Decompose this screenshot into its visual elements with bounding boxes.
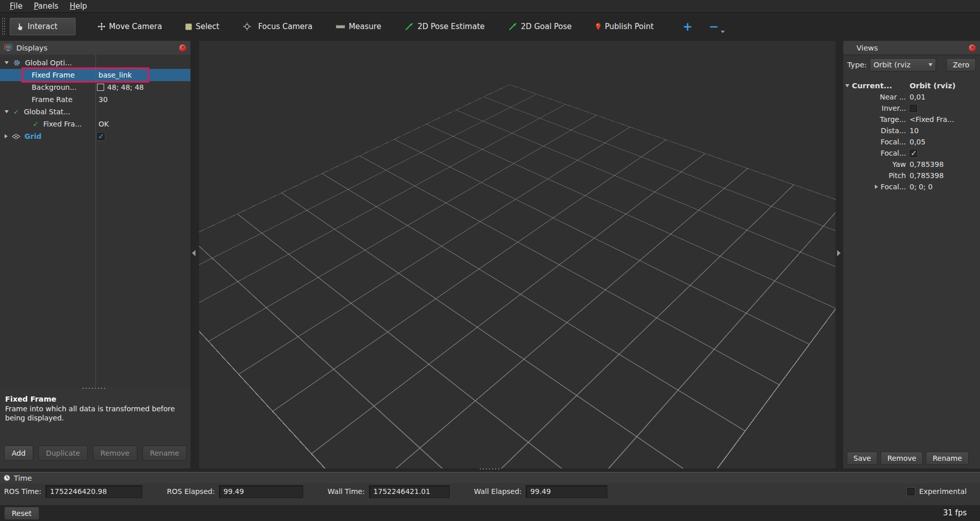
tool-label: 2D Goal Pose (521, 22, 572, 31)
menu-panels[interactable]: Panels (28, 1, 64, 11)
grid-enabled-checkbox[interactable] (97, 133, 105, 140)
color-swatch[interactable] (97, 84, 104, 91)
select-tool-button[interactable]: Select (179, 18, 226, 35)
row-label: Dista... (881, 127, 906, 135)
splitter-collapse-left-icon[interactable] (192, 250, 195, 256)
remove-display-button[interactable]: Remove (93, 445, 137, 461)
tree-row-target-frame[interactable]: Targe... <Fixed Fra... (843, 114, 980, 125)
time-panel: Time ROS Time: 1752246420.98 ROS Elapsed… (0, 472, 980, 505)
map-pin-icon (595, 22, 601, 31)
frame-rate-value[interactable]: 30 (99, 95, 108, 104)
tree-row-invert-z[interactable]: Inver... (843, 103, 980, 114)
interact-tool-button[interactable]: Interact (10, 18, 76, 35)
tree-row-grid[interactable]: Grid (0, 130, 190, 142)
close-icon[interactable]: ✕ (179, 44, 186, 52)
duplicate-display-button[interactable]: Duplicate (38, 445, 88, 461)
move-camera-tool-button[interactable]: Move Camera (91, 18, 169, 35)
row-value[interactable]: 10 (910, 127, 980, 135)
splitter-collapse-right-icon[interactable] (837, 250, 841, 256)
render-viewport[interactable] (199, 41, 836, 468)
time-values-row: ROS Time: 1752246420.98 ROS Elapsed: 99.… (0, 483, 980, 500)
tree-row-fixed-frame-status[interactable]: ✓ Fixed Fra... OK (0, 118, 190, 130)
row-value: Orbit (rviz) (910, 82, 980, 90)
clock-icon (4, 475, 10, 481)
row-label: Focal... (880, 149, 906, 157)
row-label: Yaw (892, 160, 906, 168)
experimental-checkbox[interactable] (907, 488, 915, 495)
chevron-down-icon[interactable] (5, 110, 9, 113)
chevron-right-icon[interactable] (875, 185, 878, 189)
ros-time-label: ROS Time: (4, 487, 41, 495)
tree-row-focal-point[interactable]: Focal... 0; 0; 0 (843, 181, 980, 192)
remove-view-button[interactable]: Remove (880, 452, 923, 465)
row-value[interactable]: 0,05 (910, 138, 980, 146)
ros-time-field[interactable]: 1752246420.98 (45, 485, 142, 498)
wall-elapsed-field[interactable]: 99.49 (526, 485, 607, 498)
goal-pose-tool-button[interactable]: 2D Goal Pose (502, 18, 579, 35)
tree-row-global-status[interactable]: ✓ Global Stat... (0, 106, 190, 118)
tree-row-focal-shape-size[interactable]: Focal... 0,05 (843, 136, 980, 147)
tree-row-frame-rate[interactable]: Frame Rate 30 (0, 93, 190, 106)
pose-estimate-tool-button[interactable]: 2D Pose Estimate (398, 18, 492, 35)
add-display-button[interactable]: Add (4, 445, 33, 461)
time-panel-header: Time (0, 473, 980, 483)
crosshair-icon (243, 22, 251, 31)
focus-camera-tool-button[interactable]: Focus Camera (236, 18, 319, 35)
tree-row-yaw[interactable]: Yaw 0,785398 (843, 159, 980, 170)
check-icon: ✓ (33, 120, 39, 128)
displays-buttons: Add Duplicate Remove Rename (4, 445, 187, 461)
background-color-value[interactable]: 48; 48; 48 (107, 83, 144, 91)
property-help-box: Fixed Frame Frame into which all data is… (0, 392, 190, 425)
menu-file[interactable]: File (4, 1, 28, 11)
add-tool-button[interactable]: + (679, 20, 697, 33)
row-value[interactable]: 0; 0; 0 (910, 183, 980, 191)
row-value[interactable]: 0,785398 (910, 160, 980, 168)
tool-label: Select (195, 22, 219, 31)
wall-time-field[interactable]: 1752246421.01 (369, 485, 450, 498)
help-title: Fixed Frame (5, 394, 185, 404)
tree-row-background-color[interactable]: Backgroun... 48; 48; 48 (0, 81, 190, 93)
ros-elapsed-field[interactable]: 99.49 (219, 485, 303, 498)
measure-tool-button[interactable]: Measure (329, 18, 388, 35)
row-value[interactable]: 0,785398 (910, 171, 980, 180)
rename-display-button[interactable]: Rename (142, 445, 187, 461)
chevron-right-icon[interactable] (5, 134, 8, 138)
save-view-button[interactable]: Save (847, 452, 877, 465)
tree-row-fixed-frame[interactable]: Fixed Frame base_link (0, 69, 190, 81)
row-value[interactable]: <Fixed Fra... (910, 115, 980, 123)
tree-row-pitch[interactable]: Pitch 0,785398 (843, 170, 980, 181)
splitter-handle[interactable] (479, 468, 501, 470)
focal-shape-checkbox[interactable] (910, 150, 917, 157)
tree-row-focal-shape-fixed[interactable]: Focal... (843, 147, 980, 159)
row-label: Focal... (880, 138, 906, 146)
panel-title: Views (856, 44, 878, 52)
view-type-dropdown[interactable]: Orbit (rviz (870, 58, 936, 71)
rviz-window: File Panels Help Interact Move Camera Se… (0, 0, 980, 521)
close-icon[interactable]: ✕ (969, 44, 976, 52)
tree-row-global-options[interactable]: Global Opti... (0, 57, 190, 69)
tree-row-distance[interactable]: Dista... 10 (843, 125, 980, 136)
remove-tool-button[interactable]: − (705, 20, 723, 33)
tree-row-near-clip[interactable]: Near ... 0,01 (843, 91, 980, 103)
row-value[interactable]: 0,01 (910, 93, 980, 101)
wall-time-label: Wall Time: (328, 487, 365, 495)
zero-button[interactable]: Zero (946, 58, 976, 71)
select-box-icon (185, 23, 192, 30)
row-label: Inver... (881, 104, 906, 112)
row-label: Frame Rate (32, 95, 72, 104)
row-label: Targe... (880, 115, 906, 123)
reset-button[interactable]: Reset (4, 507, 39, 520)
fixed-frame-value[interactable]: base_link (99, 71, 132, 79)
experimental-label: Experimental (919, 487, 967, 495)
grid-icon (12, 134, 20, 139)
tree-row-current-view[interactable]: Current... Orbit (rviz) (843, 80, 980, 91)
publish-point-tool-button[interactable]: Publish Point (589, 18, 660, 35)
splitter-handle[interactable] (82, 387, 106, 389)
menu-help[interactable]: Help (64, 1, 92, 11)
invert-z-checkbox[interactable] (910, 105, 917, 112)
toolbar-drag-handle[interactable] (2, 17, 6, 36)
chevron-down-icon[interactable] (845, 84, 849, 87)
chevron-down-icon[interactable] (5, 61, 9, 64)
rename-view-button[interactable]: Rename (926, 452, 968, 465)
status-bar: Reset 31 fps (0, 505, 980, 521)
